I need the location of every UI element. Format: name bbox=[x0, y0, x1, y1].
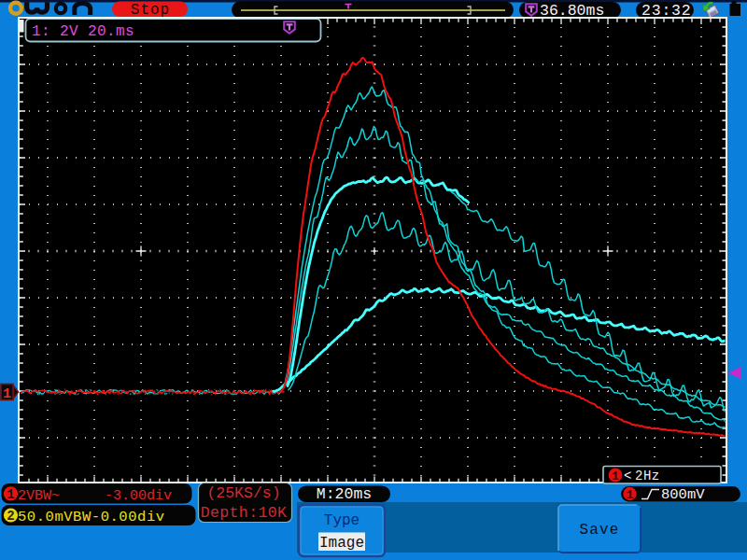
svg-text:1: 1 bbox=[3, 386, 11, 402]
svg-text:800mV: 800mV bbox=[661, 486, 705, 503]
svg-text:M:20ms: M:20ms bbox=[317, 485, 372, 503]
svg-text:-3.00div: -3.00div bbox=[105, 488, 172, 504]
svg-text:1: 1 bbox=[612, 469, 619, 483]
svg-text:Image: Image bbox=[319, 535, 364, 552]
svg-text:1: 1 bbox=[626, 488, 633, 502]
svg-text:2: 2 bbox=[7, 509, 14, 524]
svg-text:Type: Type bbox=[324, 512, 359, 529]
svg-text:Save: Save bbox=[579, 522, 619, 539]
svg-text:2Hz: 2Hz bbox=[635, 469, 660, 483]
svg-text:2VBW~: 2VBW~ bbox=[18, 488, 60, 504]
svg-text:Stop: Stop bbox=[131, 2, 170, 19]
svg-text:(25KS/s): (25KS/s) bbox=[206, 484, 280, 502]
svg-text:<: < bbox=[624, 469, 631, 483]
svg-text:Depth:10K: Depth:10K bbox=[201, 504, 288, 522]
svg-text:1: 1 bbox=[7, 487, 14, 502]
svg-text:50.0mVBW-0.00div: 50.0mVBW-0.00div bbox=[18, 509, 165, 525]
svg-text:1: 2V 20.ms: 1: 2V 20.ms bbox=[32, 23, 134, 40]
